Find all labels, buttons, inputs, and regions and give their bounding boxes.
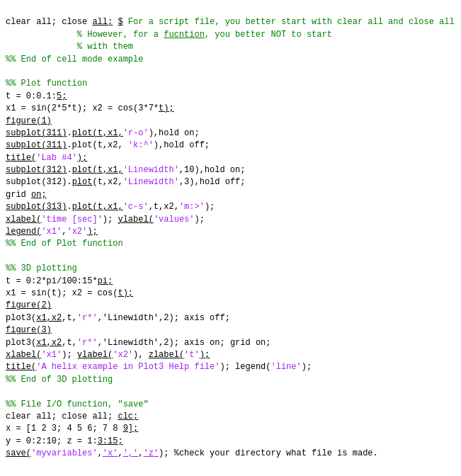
line-12: subplot(312).plot(t,x1,'Linewidth',10),h… [6, 165, 245, 175]
line-10: subplot(311).plot(t,x2, 'k:^'),hold off; [6, 140, 210, 150]
line-28: %% End of 3D plotting [6, 375, 113, 385]
line-32: y = 0:2:10; z = 1:3:15; [6, 436, 123, 446]
line-blank4 [6, 460, 11, 470]
line-15: subplot(313).plot(t,x1,'c-s',t,x2,'m:>')… [6, 202, 215, 212]
line-blank3 [6, 387, 11, 397]
line-4: %% End of cell mode example [6, 55, 143, 64]
code-content: clear all; close all; $ For a script fil… [6, 4, 455, 476]
line-29: %% File I/O function, "save" [6, 400, 149, 409]
line-23: plot3(x1,x2,t,'r*','Linewidth',2); axis … [6, 313, 230, 323]
line-24: figure(3) [6, 325, 52, 335]
line-17: legend('x1','x2'); [6, 227, 98, 237]
line-1: clear all; close all; $ For a script fil… [6, 17, 455, 27]
line-14: grid on; [6, 190, 47, 200]
line-22: figure(2) [6, 300, 52, 310]
line-20: t = 0:2*pi/100:15*pi; [6, 276, 113, 286]
line-26: xlabel('x1'); ylabel('x2'), zlabel('t'); [6, 350, 210, 360]
line-9: subplot(311).plot(t,x1,'r-o'),hold on; [6, 128, 200, 138]
line-3: % with them [6, 42, 133, 52]
line-31: x = [1 2 3; 4 5 6; 7 8 9]; [6, 424, 138, 434]
line-11: title('Lab #4'); [6, 153, 87, 163]
line-5: %% Plot function [6, 79, 87, 89]
line-27: title('A helix example in Plot3 Help fil… [6, 362, 312, 372]
line-blank5 [6, 473, 11, 476]
line-25: plot3(x1,x2,t,'r*','Linewidth',2); axis … [6, 338, 271, 348]
line-16: xlabel('time [sec]'); ylabel('values'); [6, 215, 205, 225]
line-21: x1 = sin(t); x2 = cos(t); [6, 288, 133, 298]
line-blank2 [6, 251, 11, 261]
line-30: clear all; close all; clc; [6, 412, 138, 421]
line-8: figure(1) [6, 116, 52, 126]
line-blank1 [6, 67, 11, 76]
line-33: save('myvariables','x',',','z'); %check … [6, 448, 378, 458]
line-19: %% 3D plotting [6, 264, 77, 273]
line-13: subplot(312).plot(t,x2,'Linewidth',3),ho… [6, 177, 246, 187]
line-18: %% End of Plot function [6, 239, 123, 249]
line-2: % However, for a fucntion, you better NO… [6, 30, 332, 40]
line-7: x1 = sin(2*5*t); x2 = cos(3*7*t); [6, 103, 174, 113]
line-6: t = 0:0.1:5; [6, 91, 67, 101]
